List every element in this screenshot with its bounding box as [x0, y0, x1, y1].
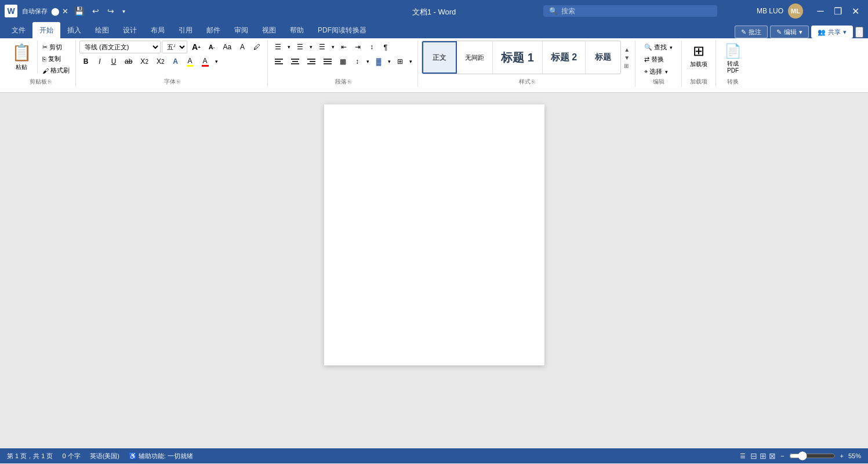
zoom-level[interactable]: 55%	[848, 452, 861, 459]
tab-review[interactable]: 审阅	[227, 22, 255, 38]
zoom-out-button[interactable]: −	[780, 452, 784, 459]
close-button[interactable]: ✕	[847, 3, 863, 19]
style-normal[interactable]: 正文	[422, 41, 457, 74]
tab-view[interactable]: 视图	[255, 22, 283, 38]
columns-button[interactable]: ▦	[336, 55, 350, 68]
tab-mailings[interactable]: 邮件	[199, 22, 227, 38]
tab-pdf[interactable]: PDF阅读转换器	[311, 22, 373, 38]
shading-button[interactable]: ▓	[372, 55, 385, 68]
bold-button[interactable]: B	[79, 55, 92, 68]
search-icon: 🔍	[549, 7, 558, 15]
restore-button[interactable]: ❐	[830, 3, 846, 19]
view-print-button[interactable]: ⊟	[750, 451, 757, 461]
italic-button[interactable]: I	[93, 55, 106, 68]
print-layout-icon[interactable]: ☰	[740, 452, 746, 460]
line-spacing-button[interactable]: ↕	[351, 55, 364, 68]
select-dropdown[interactable]: ▾	[665, 69, 668, 75]
multilevel-list-button[interactable]: ☰	[315, 41, 329, 53]
bullet-list-dropdown[interactable]: ▾	[286, 41, 292, 53]
tab-file[interactable]: 文件	[5, 22, 32, 38]
addins-button[interactable]: ⊞ 加载项	[685, 41, 712, 71]
cut-button[interactable]: ✂ 剪切	[40, 42, 72, 53]
bullet-list-button[interactable]: ☰	[271, 41, 285, 53]
edit-button[interactable]: ✎ 编辑 ▾	[770, 26, 809, 38]
change-case-button[interactable]: Aa	[219, 41, 235, 53]
find-button[interactable]: 🔍 查找 ▾	[642, 42, 675, 53]
font-color-dropdown[interactable]: ▾	[213, 55, 220, 68]
align-right-button[interactable]	[304, 55, 319, 68]
subscript-button[interactable]: X2	[137, 55, 152, 68]
customize-quick-access[interactable]: ▾	[120, 7, 128, 16]
strikethrough-button[interactable]: ab	[121, 55, 136, 68]
style-no-spacing[interactable]: 无间距	[457, 41, 493, 74]
font-name-select[interactable]: 等线 (西文正文)	[79, 41, 161, 53]
save-button[interactable]: 💾	[72, 5, 86, 17]
tab-help[interactable]: 帮助	[283, 22, 311, 38]
view-web-button[interactable]: ⊞	[760, 451, 767, 461]
undo-button[interactable]: ↩	[90, 5, 101, 17]
document-page[interactable]	[324, 104, 544, 365]
tab-insert[interactable]: 插入	[60, 22, 88, 38]
text-effect-button[interactable]: A	[169, 55, 182, 68]
highlight-button[interactable]: 🖊	[250, 41, 264, 53]
copy-button[interactable]: ⎘ 复制	[40, 53, 72, 64]
numbered-list-button[interactable]: ☰	[293, 41, 307, 53]
font-expand-icon[interactable]: ⎘	[177, 79, 180, 85]
search-box[interactable]: 🔍	[543, 5, 717, 17]
convert-pdf-button[interactable]: 📄 转成PDF	[720, 41, 746, 77]
align-justify-button[interactable]	[320, 55, 335, 68]
find-dropdown[interactable]: ▾	[670, 45, 673, 50]
search-input[interactable]	[561, 7, 711, 15]
paragraph-expand-icon[interactable]: ⎘	[348, 79, 351, 85]
tab-draw[interactable]: 绘图	[88, 22, 116, 38]
tab-design[interactable]: 设计	[116, 22, 144, 38]
styles-expand-icon[interactable]: ⎘	[532, 79, 535, 85]
show-marks-button[interactable]: ¶	[379, 41, 392, 53]
underline-button[interactable]: U	[107, 55, 120, 68]
style-heading2[interactable]: 标题 2	[543, 41, 586, 74]
autosave-toggle[interactable]: ⬤ ✕	[51, 7, 68, 16]
share-button[interactable]: 👥 共享 ▾	[811, 26, 853, 38]
tab-references[interactable]: 引用	[172, 22, 199, 38]
increase-font-button[interactable]: A+	[188, 41, 204, 53]
border-button[interactable]: ⊞	[394, 55, 406, 68]
minimize-button[interactable]: ─	[812, 3, 829, 19]
line-spacing-dropdown[interactable]: ▾	[365, 55, 371, 68]
align-left-button[interactable]	[271, 55, 286, 68]
font-size-select[interactable]: 五号	[162, 41, 187, 53]
highlight-color-button[interactable]: A	[183, 55, 197, 68]
decrease-indent-button[interactable]: ⇤	[337, 41, 350, 53]
zoom-slider[interactable]	[789, 451, 836, 461]
increase-indent-button[interactable]: ⇥	[351, 41, 364, 53]
align-center-button[interactable]	[288, 55, 303, 68]
styles-scroll-up[interactable]: ▲	[622, 46, 631, 53]
sort-button[interactable]: ↕	[365, 41, 378, 53]
tab-layout[interactable]: 布局	[144, 22, 172, 38]
decrease-font-button[interactable]: A-	[205, 41, 219, 53]
font-color-button[interactable]: A	[198, 55, 212, 68]
ribbon-collapse-button[interactable]: ∧	[855, 27, 863, 38]
select-button[interactable]: ⌖ 选择 ▾	[642, 66, 675, 77]
svg-rect-7	[310, 61, 315, 62]
svg-rect-11	[324, 63, 332, 64]
replace-button[interactable]: ⇄ 替换	[642, 54, 675, 65]
style-heading1[interactable]: 标题 1	[493, 41, 543, 74]
styles-scroll-down[interactable]: ▼	[622, 54, 631, 61]
comment-button[interactable]: ✎ 批注	[735, 26, 768, 38]
format-painter-button[interactable]: 🖌 格式刷	[40, 65, 72, 76]
zoom-in-button[interactable]: +	[840, 452, 844, 459]
tab-home[interactable]: 开始	[32, 22, 60, 38]
multilevel-list-dropdown[interactable]: ▾	[330, 41, 336, 53]
view-read-button[interactable]: ⊠	[769, 451, 776, 461]
style-heading[interactable]: 标题	[586, 41, 620, 74]
clear-format-button[interactable]: A	[236, 41, 249, 53]
shading-dropdown[interactable]: ▾	[386, 55, 393, 68]
paste-button[interactable]: 📋 粘贴	[8, 41, 35, 74]
border-dropdown[interactable]: ▾	[408, 55, 414, 68]
user-avatar[interactable]: ML	[788, 3, 803, 19]
redo-button[interactable]: ↪	[105, 5, 117, 17]
superscript-button[interactable]: X2	[153, 55, 168, 68]
clipboard-expand-icon[interactable]: ⎘	[48, 79, 51, 85]
styles-more[interactable]: ⊞	[622, 62, 631, 70]
numbered-list-dropdown[interactable]: ▾	[308, 41, 314, 53]
